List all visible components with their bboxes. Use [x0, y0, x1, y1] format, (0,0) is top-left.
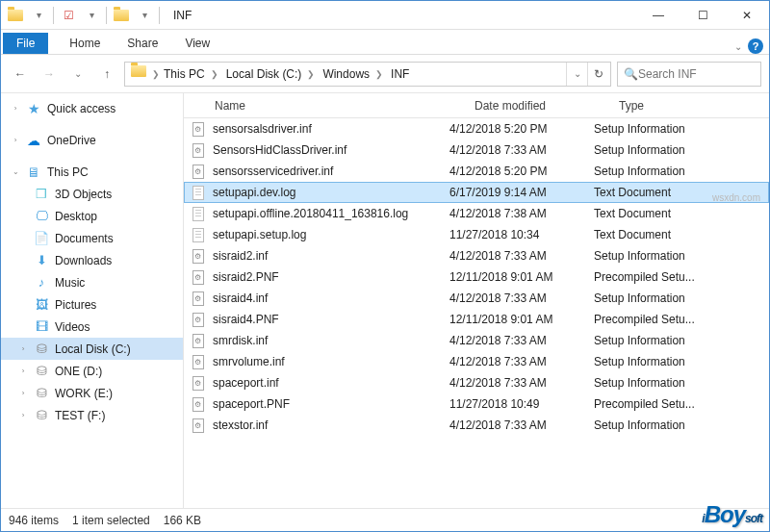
file-icon: [190, 417, 207, 434]
file-row[interactable]: setupapi.dev.log6/17/2019 9:14 AMText Do…: [184, 182, 769, 203]
file-name: spaceport.inf: [213, 376, 449, 390]
nav-label: ONE (D:): [55, 365, 102, 378]
help-button[interactable]: ?: [748, 38, 763, 54]
file-row[interactable]: spaceport.PNF11/27/2018 10:49Precompiled…: [184, 393, 769, 415]
address-bar: ← → ⌄ ↑ ❯ This PC ❯Local Disk (C:) ❯Wind…: [1, 55, 769, 93]
qat-overflow-2[interactable]: ▾: [81, 5, 102, 26]
file-type: Setup Information: [594, 376, 769, 390]
status-count: 946 items: [9, 514, 59, 527]
close-button[interactable]: ✕: [725, 1, 769, 30]
file-row[interactable]: sisraid2.PNF12/11/2018 9:01 AMPrecompile…: [184, 266, 769, 288]
tab-view[interactable]: View: [171, 33, 223, 54]
file-name: SensorsHidClassDriver.inf: [213, 143, 449, 157]
search-icon: 🔍: [624, 67, 638, 81]
maximize-button[interactable]: ☐: [680, 1, 725, 30]
forward-button[interactable]: →: [38, 63, 61, 86]
search-box[interactable]: 🔍: [617, 62, 761, 87]
quick-access-toolbar: ▾ ☑ ▾ ▾: [1, 5, 166, 26]
nav-label: Local Disk (C:): [55, 342, 131, 356]
file-row[interactable]: sisraid2.inf4/12/2018 7:33 AMSetup Infor…: [184, 245, 769, 266]
file-row[interactable]: sisraid4.inf4/12/2018 7:33 AMSetup Infor…: [184, 288, 769, 309]
crumb-windows[interactable]: Windows ❯: [319, 67, 387, 81]
nav-label: Pictures: [55, 298, 96, 312]
nav-label: Desktop: [55, 210, 97, 223]
file-type: Setup Information: [594, 291, 769, 305]
file-icon: [190, 120, 207, 138]
folder-icon: [5, 5, 26, 26]
file-icon: [190, 184, 207, 201]
up-button[interactable]: ↑: [95, 63, 118, 86]
file-icon: [190, 163, 207, 180]
crumb-inf[interactable]: INF: [387, 67, 413, 81]
properties-icon[interactable]: ☑: [58, 5, 79, 26]
file-list[interactable]: sensorsalsdriver.inf4/12/2018 5:20 PMSet…: [184, 118, 769, 508]
file-row[interactable]: setupapi.offline.20180411_163816.log4/12…: [184, 203, 769, 224]
nav-item-downloads[interactable]: ⬇Downloads: [1, 249, 183, 271]
minimize-button[interactable]: —: [636, 1, 680, 30]
file-type: Precompiled Setu...: [594, 313, 769, 326]
file-type: Setup Information: [594, 355, 769, 368]
file-list-pane: Name Date modified Type sensorsalsdriver…: [184, 93, 769, 508]
nav-item-music[interactable]: ♪Music: [1, 271, 183, 293]
address-dropdown[interactable]: ⌄: [566, 63, 587, 86]
nav-item-documents[interactable]: 📄Documents: [1, 227, 183, 249]
folder-icon: [131, 65, 148, 83]
file-row[interactable]: spaceport.inf4/12/2018 7:33 AMSetup Info…: [184, 372, 769, 393]
recent-dropdown[interactable]: ⌄: [66, 63, 90, 86]
nav-item-videos[interactable]: 🎞Videos: [1, 316, 183, 338]
nav-item-3d-objects[interactable]: ❒3D Objects: [1, 183, 183, 205]
file-row[interactable]: sisraid4.PNF12/11/2018 9:01 AMPrecompile…: [184, 309, 769, 330]
file-row[interactable]: setupapi.setup.log11/27/2018 10:34Text D…: [184, 224, 769, 245]
nav-label: TEST (F:): [55, 409, 105, 422]
file-icon: [190, 395, 207, 413]
nav-item-desktop[interactable]: 🖵Desktop: [1, 205, 183, 227]
nav-item-test-f-[interactable]: ›⛁TEST (F:): [1, 404, 183, 426]
nav-onedrive[interactable]: ›☁OneDrive: [1, 129, 183, 151]
file-row[interactable]: sensorsalsdriver.inf4/12/2018 5:20 PMSet…: [184, 118, 769, 139]
nav-label: WORK (E:): [55, 387, 113, 400]
crumb-local-disk-c-[interactable]: Local Disk (C:) ❯: [222, 67, 320, 81]
tab-share[interactable]: Share: [114, 33, 171, 54]
file-row[interactable]: sensorsservicedriver.inf4/12/2018 5:20 P…: [184, 161, 769, 182]
watermark: iBoysoft: [702, 501, 762, 528]
nav-label: 3D Objects: [55, 188, 112, 201]
ribbon-collapse-icon[interactable]: ⌄: [734, 41, 742, 52]
file-icon: [190, 268, 207, 286]
file-row[interactable]: stexstor.inf4/12/2018 7:33 AMSetup Infor…: [184, 415, 769, 436]
nav-this-pc[interactable]: ⌄🖥This PC: [1, 161, 183, 183]
col-date[interactable]: Date modified: [467, 99, 611, 113]
crumb-this-pc[interactable]: This PC ❯: [160, 67, 222, 81]
nav-label: Documents: [55, 232, 114, 245]
nav-item-one-d-[interactable]: ›⛁ONE (D:): [1, 360, 183, 382]
file-date: 11/27/2018 10:49: [449, 397, 594, 411]
nav-label: Quick access: [47, 102, 116, 115]
tab-file[interactable]: File: [3, 33, 48, 54]
file-name: smrvolume.inf: [213, 355, 449, 368]
refresh-button[interactable]: ↻: [587, 63, 608, 86]
file-row[interactable]: SensorsHidClassDriver.inf4/12/2018 7:33 …: [184, 139, 769, 161]
navigation-pane: ›★Quick access ›☁OneDrive ⌄🖥This PC ❒3D …: [1, 93, 184, 508]
ribbon-tabs: File Home Share View ⌄ ?: [1, 30, 769, 55]
col-name[interactable]: Name: [207, 99, 467, 113]
file-row[interactable]: smrdisk.inf4/12/2018 7:33 AMSetup Inform…: [184, 330, 769, 351]
file-icon: [190, 332, 207, 349]
file-icon: [190, 226, 207, 243]
qat-overflow[interactable]: ▾: [28, 5, 49, 26]
tab-home[interactable]: Home: [56, 33, 114, 54]
watermark-url: wsxdn.com: [712, 192, 760, 203]
nav-label: Downloads: [55, 254, 112, 267]
nav-item-work-e-[interactable]: ›⛁WORK (E:): [1, 382, 183, 404]
breadcrumb[interactable]: ❯ This PC ❯Local Disk (C:) ❯Windows ❯INF…: [124, 62, 611, 87]
nav-item-local-disk-c-[interactable]: ›⛁Local Disk (C:): [1, 338, 183, 360]
back-button[interactable]: ←: [9, 63, 32, 86]
file-row[interactable]: smrvolume.inf4/12/2018 7:33 AMSetup Info…: [184, 351, 769, 372]
nav-item-pictures[interactable]: 🖼Pictures: [1, 293, 183, 316]
nav-quick-access[interactable]: ›★Quick access: [1, 97, 183, 119]
search-input[interactable]: [638, 67, 770, 81]
file-date: 4/12/2018 7:33 AM: [449, 418, 594, 432]
open-icon[interactable]: [111, 5, 132, 26]
file-type: Precompiled Setu...: [594, 397, 769, 411]
nav-label: This PC: [47, 165, 89, 179]
file-date: 4/12/2018 5:20 PM: [449, 165, 594, 178]
col-type[interactable]: Type: [611, 99, 769, 113]
